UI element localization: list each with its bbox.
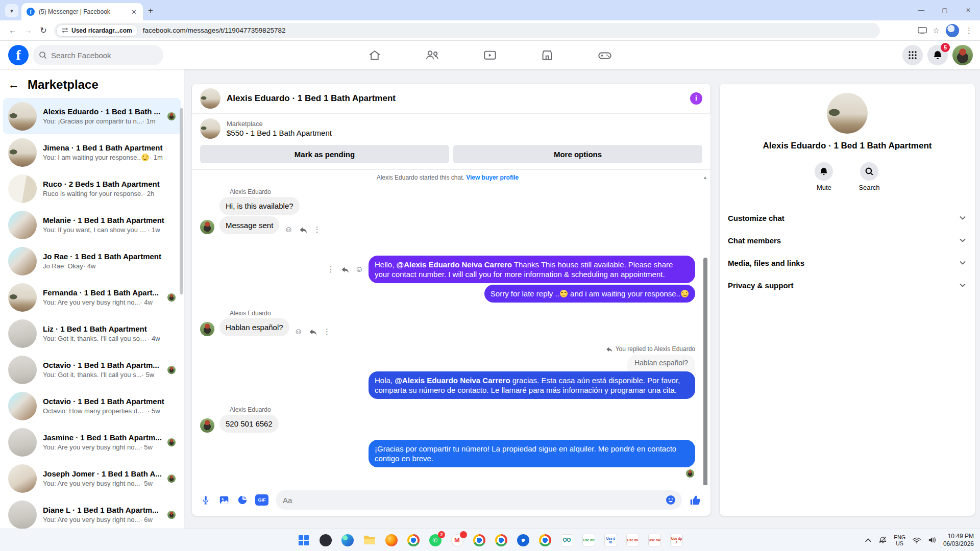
taskbar-icon-firefox[interactable]	[385, 534, 398, 546]
browser-menu-icon[interactable]: ⋮	[965, 26, 973, 35]
react-emoji-icon[interactable]: ☺	[284, 225, 292, 234]
bell-off-icon[interactable]	[878, 536, 887, 544]
taskbar-icon-chrome-profile[interactable]	[473, 534, 485, 546]
conversation-row[interactable]: Ruco · 2 Beds 1 Bath Apartment Ruco is w…	[3, 170, 181, 207]
forward-button[interactable]: →	[20, 26, 36, 35]
gif-icon[interactable]: GIF	[255, 494, 268, 506]
view-buyer-profile-link[interactable]: View buyer profile	[466, 174, 519, 181]
friends-icon[interactable]	[425, 48, 440, 62]
home-icon[interactable]	[368, 48, 382, 62]
taskbar-shortcut[interactable]: Use dw	[648, 534, 661, 546]
conversation-row[interactable]: Jasmine · 1 Bed 1 Bath Apartm... You: Ar…	[3, 424, 181, 460]
facebook-logo[interactable]: f	[8, 45, 29, 65]
browser-tab[interactable]: f (5) Messenger | Facebook ✕	[21, 3, 143, 20]
tab-close-icon[interactable]: ✕	[130, 8, 138, 16]
cast-icon[interactable]	[918, 27, 927, 35]
new-tab-button[interactable]: +	[148, 6, 153, 16]
message-input[interactable]	[276, 490, 682, 510]
sender-name-label: Alexis Eduardo	[230, 188, 695, 195]
conversation-row[interactable]: Diane L · 1 Bed 1 Bath Apartm... You: Ar…	[3, 496, 181, 533]
scroll-up-arrow[interactable]: ▲	[703, 175, 707, 180]
conversation-preview: You: Are you very busy right no...	[43, 516, 140, 523]
more-icon[interactable]: ⋮	[313, 225, 321, 234]
taskbar-icon-mail[interactable]: M	[451, 534, 463, 546]
taskbar-icon-whatsapp[interactable]: ✆2	[429, 534, 442, 546]
language-indicator[interactable]: ENG US	[894, 534, 905, 546]
react-emoji-icon[interactable]: ☺	[355, 265, 363, 274]
conversation-row[interactable]: Liz · 1 Bed 1 Bath Apartment You: Got it…	[3, 315, 181, 352]
address-bar[interactable]: Used ricardagr...com facebook.com/messag…	[54, 23, 880, 38]
taskbar-icon-teal-app[interactable]: OO	[560, 534, 573, 546]
sender-avatar	[200, 418, 214, 433]
close-button[interactable]: ✕	[957, 0, 980, 20]
browser-profile-avatar[interactable]	[946, 24, 959, 37]
more-options-button[interactable]: More options	[453, 145, 702, 163]
conversation-row[interactable]: Joseph Jomer · 1 Bed 1 Bath A... You: Ar…	[3, 460, 181, 496]
reply-icon[interactable]	[341, 266, 349, 273]
reply-icon[interactable]	[299, 226, 307, 233]
section-privacy-support[interactable]: Privacy & support	[720, 274, 975, 296]
conversation-time: 5w	[140, 443, 153, 451]
maximize-button[interactable]: ▢	[933, 0, 957, 20]
voice-clip-icon[interactable]	[200, 494, 211, 506]
back-button[interactable]: ←	[5, 26, 20, 35]
react-emoji-icon[interactable]: ☺	[295, 327, 303, 336]
volume-icon[interactable]	[928, 536, 937, 544]
taskbar-icon-blue-app[interactable]	[517, 534, 529, 546]
taskbar-icon-chrome[interactable]	[407, 534, 420, 546]
mark-as-pending-button[interactable]: Mark as pending	[200, 145, 449, 163]
watch-icon[interactable]	[483, 48, 497, 62]
section-customize-chat[interactable]: Customize chat	[720, 207, 975, 229]
taskbar-shortcut[interactable]: Use dm	[604, 534, 617, 546]
apps-menu-button[interactable]	[902, 45, 923, 65]
taskbar-clock[interactable]: 10:49 PM 06/03/2026	[943, 533, 974, 548]
gaming-icon[interactable]	[598, 48, 612, 62]
mute-action[interactable]: Mute	[815, 162, 833, 191]
taskbar-shortcut[interactable]: Use dri	[582, 534, 595, 546]
taskbar-icon-file-explorer[interactable]	[363, 534, 376, 546]
more-icon[interactable]: ⋮	[323, 327, 331, 336]
bookmark-star-icon[interactable]: ☆	[933, 26, 940, 35]
conversation-row[interactable]: Jo Rae · 1 Bed 1 Bath Apartment Jo Rae: …	[3, 243, 181, 279]
conversation-row[interactable]: Melanie · 1 Bed 1 Bath Apartment You: If…	[3, 207, 181, 243]
conversation-row[interactable]: Octavio · 1 Bed 1 Bath Apartm... You: Go…	[3, 352, 181, 388]
profile-avatar[interactable]	[952, 45, 973, 65]
facebook-search[interactable]	[33, 45, 163, 65]
taskbar-icon-search[interactable]	[319, 534, 332, 546]
conversation-time: 4w	[83, 262, 96, 270]
sidebar-scrollbar[interactable]	[180, 108, 183, 294]
tab-search-button[interactable]: ▾	[5, 4, 18, 17]
taskbar-icon-edge[interactable]	[341, 534, 354, 546]
scroll-down-arrow[interactable]: ▼	[703, 446, 707, 452]
minimize-button[interactable]: —	[910, 0, 933, 20]
emoji-picker-icon[interactable]	[665, 494, 677, 508]
notifications-button[interactable]: 5	[927, 45, 948, 65]
conversation-row[interactable]: Jimena · 1 Bed 1 Bath Apartment You: I a…	[3, 134, 181, 170]
search-input[interactable]	[51, 51, 153, 60]
conversation-time: 6w	[140, 516, 153, 523]
search-action[interactable]: Search	[859, 162, 879, 191]
conversation-row[interactable]: Octavio · 1 Bed 1 Bath Apartment Octavio…	[3, 388, 181, 424]
site-settings-chip[interactable]: Used ricardagr...com	[56, 24, 138, 37]
taskbar-icon-chrome-profile[interactable]	[538, 534, 551, 546]
wifi-icon[interactable]	[912, 537, 921, 544]
conversation-row[interactable]: Fernanda · 1 Bed 1 Bath Apart... You: Ar…	[3, 279, 181, 315]
start-button[interactable]	[297, 534, 310, 546]
thumbs-up-icon[interactable]	[689, 493, 702, 507]
reload-button[interactable]: ↻	[36, 26, 51, 35]
section-chat-members[interactable]: Chat members	[720, 229, 975, 252]
taskbar-shortcut[interactable]: Use d8	[626, 534, 639, 546]
sticker-icon[interactable]	[237, 494, 248, 506]
back-arrow-icon[interactable]: ←	[8, 78, 19, 91]
more-icon[interactable]: ⋮	[327, 265, 335, 274]
tray-chevron-icon[interactable]	[865, 538, 872, 543]
taskbar-shortcut[interactable]: Use dpr	[670, 534, 683, 546]
reply-icon[interactable]	[309, 328, 317, 335]
attach-image-icon[interactable]	[218, 494, 230, 506]
message-composer: GIF	[192, 485, 710, 516]
conversation-row[interactable]: Alexis Eduardo · 1 Bed 1 Bath ... You: ¡…	[3, 98, 181, 134]
section-media-files-links[interactable]: Media, files and links	[720, 252, 975, 274]
taskbar-icon-chrome-profile[interactable]	[495, 534, 507, 546]
marketplace-icon[interactable]	[541, 48, 554, 62]
info-icon[interactable]: i	[690, 92, 702, 105]
